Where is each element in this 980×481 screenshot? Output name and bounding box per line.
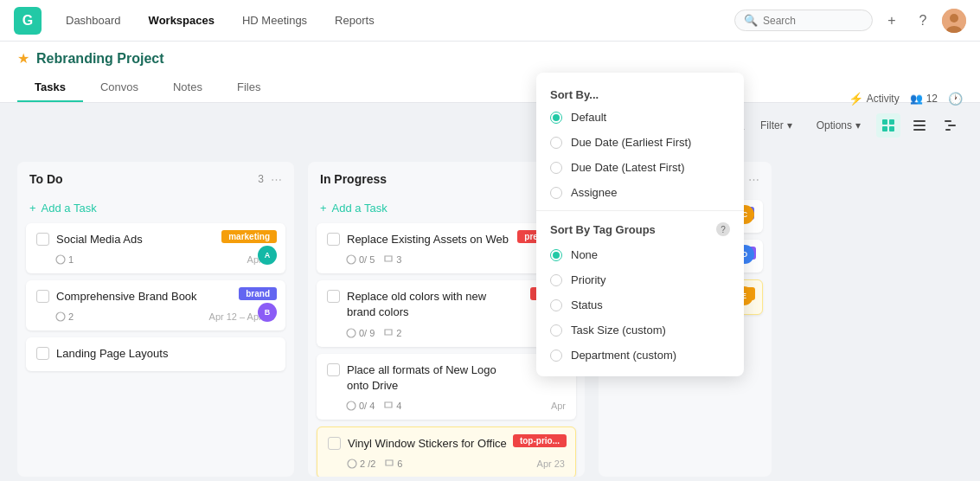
app-logo: G [14, 7, 42, 35]
toolbar: Sort by: Default ▴ Filter ▾ Options ▾ [0, 103, 980, 148]
task-row: Place all formats of New Logo onto Drive [327, 362, 566, 394]
svg-rect-3 [882, 119, 887, 125]
task-card[interactable]: brand Comprehensive Brand Book 2 Apr 12 … [26, 280, 285, 330]
task-sub-comments: 4 [383, 401, 401, 411]
task-checkbox[interactable] [327, 363, 340, 376]
gantt-view-button[interactable] [938, 113, 963, 138]
sort-option-label: Due Date (Earliest First) [571, 136, 691, 149]
task-checkbox[interactable] [327, 290, 340, 303]
column-todo-menu-icon[interactable]: ⋯ [271, 173, 282, 186]
task-title: Place all formats of New Logo onto Drive [347, 362, 566, 394]
activity-label: Activity [867, 93, 900, 105]
task-checkbox[interactable] [327, 233, 340, 246]
sort-section-title: Sort By... [536, 81, 744, 105]
filter-chevron-icon: ▾ [787, 119, 792, 131]
column-todo-title: To Do [29, 172, 251, 186]
help-icon[interactable]: ? [716, 222, 730, 236]
svg-point-15 [347, 255, 355, 264]
svg-point-18 [348, 459, 356, 468]
task-meta: 1 Apr 27 [36, 254, 275, 265]
tab-convos[interactable]: Convos [83, 74, 156, 102]
svg-point-17 [347, 401, 355, 410]
task-comments: 2/2 [347, 459, 375, 469]
nav-reports[interactable]: Reports [324, 9, 385, 32]
filter-label: Filter [760, 119, 784, 131]
add-task-label: Add a Task [332, 202, 388, 215]
sort-option-due-earliest[interactable]: Due Date (Earliest First) [536, 130, 744, 155]
sort-tag-option-department[interactable]: Department (custom) [536, 343, 744, 368]
board: To Do 3 ⋯ + Add a Task marketing Social … [0, 148, 980, 481]
star-icon[interactable]: ★ [17, 50, 29, 67]
radio-icon [550, 274, 562, 286]
nav-hdmeetings[interactable]: HD Meetings [232, 9, 317, 32]
sort-option-label: Assignee [571, 186, 617, 199]
sort-option-due-latest[interactable]: Due Date (Latest First) [536, 155, 744, 180]
add-button[interactable]: + [880, 9, 904, 33]
tab-tasks[interactable]: Tasks [17, 74, 83, 102]
task-card[interactable]: Landing Page Layouts [26, 337, 285, 370]
members-count-area[interactable]: 👥 12 [910, 93, 938, 105]
activity-icon: ⚡ [849, 92, 863, 106]
help-button[interactable]: ? [911, 9, 935, 33]
activity-link[interactable]: ⚡ Activity [849, 92, 900, 106]
add-task-plus-icon: + [320, 202, 327, 215]
sort-tag-option-status[interactable]: Status [536, 292, 744, 317]
add-task-label: Add a Task [42, 202, 97, 215]
task-comments: 0/5 [346, 254, 375, 265]
task-meta: 0/5 3 Apr [327, 254, 566, 265]
task-sub-comments: 3 [383, 254, 401, 265]
user-avatar[interactable] [942, 9, 966, 33]
tag-marketing-badge: marketing [221, 230, 277, 243]
options-chevron-icon: ▾ [855, 119, 861, 131]
sort-tag-option-none[interactable]: None [536, 242, 744, 267]
options-button[interactable]: Options ▾ [808, 116, 869, 135]
sort-option-assignee[interactable]: Assignee [536, 180, 744, 205]
list-view-button[interactable] [907, 113, 932, 138]
project-name: Rebranding Project [36, 51, 164, 67]
task-meta: 0/9 2 Apr [327, 328, 566, 338]
svg-rect-8 [913, 125, 926, 126]
sort-option-label: Due Date (Latest First) [571, 161, 685, 174]
task-checkbox[interactable] [36, 233, 49, 246]
svg-rect-5 [882, 126, 887, 131]
sort-tag-option-label: None [571, 248, 598, 261]
add-task-plus-icon: + [29, 202, 36, 215]
tab-files[interactable]: Files [220, 74, 278, 102]
search-box[interactable]: 🔍 [734, 10, 873, 31]
radio-icon [550, 187, 562, 199]
radio-icon [550, 162, 562, 174]
task-meta: 2/2 6 Apr 23 [328, 459, 565, 469]
radio-icon [550, 137, 562, 149]
sort-tag-option-priority[interactable]: Priority [536, 267, 744, 292]
tab-notes[interactable]: Notes [156, 74, 220, 102]
project-title-row: ★ Rebranding Project [17, 50, 963, 67]
svg-point-16 [347, 329, 355, 337]
sort-tag-option-task-size[interactable]: Task Size (custom) [536, 317, 744, 343]
task-checkbox[interactable] [36, 347, 49, 360]
svg-rect-6 [889, 126, 894, 131]
sort-dropdown: Sort By... Default Due Date (Earliest Fi… [536, 73, 744, 376]
task-checkbox[interactable] [328, 437, 341, 450]
todo-add-task-button[interactable]: + Add a Task [17, 196, 294, 220]
members-count: 12 [926, 93, 938, 105]
svg-rect-11 [948, 125, 956, 126]
svg-rect-4 [889, 119, 894, 125]
nav-dashboard[interactable]: Dashboard [55, 9, 131, 32]
nav-workspaces[interactable]: Workspaces [138, 9, 225, 32]
svg-rect-12 [945, 129, 951, 131]
clock-icon[interactable]: 🕐 [948, 92, 963, 106]
search-input[interactable] [763, 15, 849, 27]
task-card[interactable]: marketing Social Media Ads 1 Apr 27 A [26, 223, 285, 273]
task-comments: 1 [55, 254, 74, 265]
filter-button[interactable]: Filter ▾ [752, 116, 801, 135]
sort-tag-groups-header: Sort By Tag Groups ? [536, 216, 744, 242]
sort-option-default[interactable]: Default [536, 105, 744, 130]
task-checkbox[interactable] [36, 290, 49, 303]
sub-header-right: ⚡ Activity 👥 12 🕐 [849, 92, 963, 106]
board-view-button[interactable] [876, 113, 900, 138]
radio-icon [550, 299, 562, 311]
task-card[interactable]: top-prio... Vinyl Window Stickers for Of… [317, 426, 576, 477]
column-done-menu-icon[interactable]: ⋯ [748, 173, 759, 186]
project-tabs: Tasks Convos Notes Files [17, 74, 963, 102]
task-meta: 0/4 4 Apr [327, 401, 566, 411]
